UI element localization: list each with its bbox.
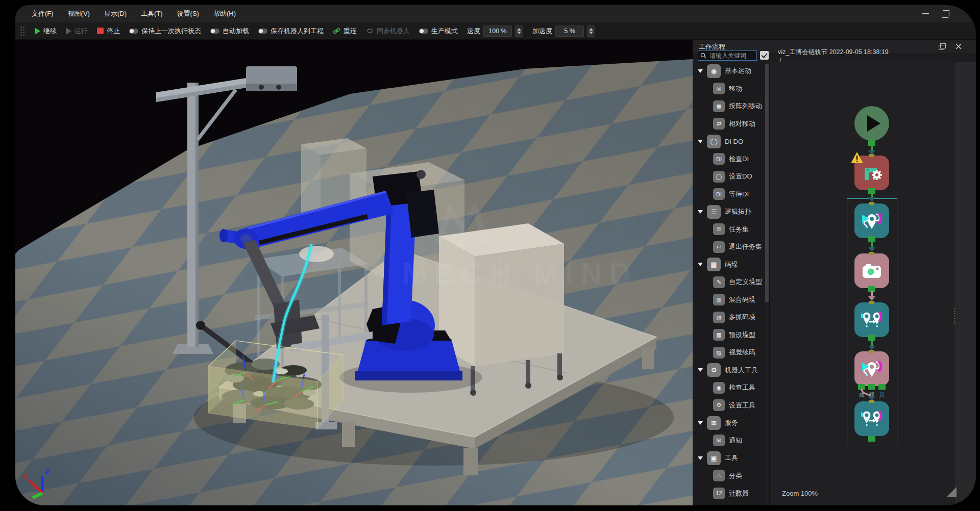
- tree-scrollbar-thumb[interactable]: [765, 64, 769, 302]
- move-pin-icon: [860, 357, 884, 380]
- tree-group-palletizing[interactable]: ▤ 码垛: [693, 256, 769, 274]
- tree-node-icon: ▤: [707, 258, 721, 271]
- tree-node-icon: ◎: [713, 83, 725, 94]
- minimize-icon: [922, 13, 929, 14]
- search-box[interactable]: [698, 50, 757, 61]
- save-robot-to-project-toggle[interactable]: 保存机器人到工程: [258, 27, 324, 36]
- tree-item-classify[interactable]: ∴ 分类: [693, 467, 769, 485]
- tree-item-set-do[interactable]: ◯ 设置DO: [693, 168, 769, 186]
- window-resize-grip[interactable]: [946, 487, 957, 497]
- link-icon: [333, 27, 340, 35]
- tree-item-exit-task-set[interactable]: ↩ 退出任务集: [693, 238, 769, 256]
- tree-item-set-tool[interactable]: ⚙ 设置工具: [693, 397, 769, 415]
- toggle-icon: [129, 29, 138, 34]
- tree-item-vision-resume-palletizing[interactable]: ▨ 视觉续码: [693, 344, 769, 362]
- tree-item-check-tool[interactable]: ◉ 检查工具: [693, 379, 769, 397]
- viewport-3d[interactable]: MECH MIND Z X: [15, 40, 693, 505]
- window-minimize-button[interactable]: [917, 7, 934, 20]
- tree-node-label: 服务: [725, 418, 738, 427]
- tree-group-basic-motion[interactable]: ◉ 基本运动: [693, 62, 769, 80]
- connector-arrow-icon: [868, 247, 875, 252]
- node-relative-move[interactable]: [854, 302, 889, 337]
- spin-up-icon: [589, 28, 593, 31]
- reconnect-button[interactable]: 重连: [333, 27, 357, 36]
- tree-node-icon: ◯: [713, 171, 725, 183]
- node-input-port[interactable]: [869, 154, 874, 157]
- node-vision-move[interactable]: [854, 351, 889, 386]
- tree-node-icon: ▨: [713, 347, 725, 359]
- node-input-port[interactable]: [869, 400, 874, 403]
- node-set-tool[interactable]: [854, 156, 889, 190]
- expander-icon[interactable]: [698, 210, 703, 214]
- expander-icon[interactable]: [698, 140, 703, 143]
- acceleration-spinner[interactable]: [587, 25, 595, 37]
- node-input-port[interactable]: [869, 202, 874, 205]
- stop-button[interactable]: 停止: [97, 27, 120, 36]
- tree-item-custom-pallet-pattern[interactable]: ✎ 自定义垛型: [693, 273, 769, 291]
- expander-icon[interactable]: [698, 456, 703, 460]
- run-button[interactable]: 运行: [66, 27, 88, 36]
- menu-display[interactable]: 显示(D): [97, 5, 134, 22]
- splitter-handle-right[interactable]: [954, 308, 955, 324]
- gripper-gear-icon: [860, 161, 884, 185]
- tree-node-label: 设置工具: [729, 401, 755, 410]
- menu-view[interactable]: 视图(V): [61, 5, 97, 22]
- continue-button[interactable]: 继续: [35, 27, 57, 36]
- node-input-port[interactable]: [869, 252, 874, 255]
- tree-item-preset-pallet-pattern[interactable]: ▦ 预设垛型: [693, 326, 769, 344]
- tree-node-icon: ✎: [713, 276, 725, 288]
- auto-load-toggle[interactable]: 自动加载: [210, 27, 249, 36]
- expander-icon[interactable]: [698, 368, 703, 372]
- tree-group-robot-tool[interactable]: ⚙ 机器人工具: [693, 362, 769, 379]
- tree-item-task-set[interactable]: ☰ 任务集: [693, 221, 769, 239]
- splitter-handle-bottom[interactable]: [729, 496, 743, 497]
- acceleration-value[interactable]: 5 %: [555, 25, 584, 37]
- expander-icon[interactable]: [698, 421, 703, 425]
- tree-item-mixed-palletizing[interactable]: ▥ 混合码垛: [693, 291, 769, 309]
- tree-item-multi-pick-palletizing[interactable]: ▧ 多抓码垛: [693, 309, 769, 326]
- tree-node-icon: ◯: [707, 135, 721, 148]
- node-input-port[interactable]: [869, 301, 874, 304]
- speed-spinner[interactable]: [515, 25, 523, 37]
- tree-group-tools[interactable]: ▣ 工具: [693, 449, 769, 467]
- tree-item-wait-di[interactable]: DI 等待DI: [693, 186, 769, 203]
- menu-tools[interactable]: 工具(T): [134, 5, 170, 22]
- node-start[interactable]: [854, 106, 889, 141]
- tree-group-service[interactable]: ✉ 服务: [693, 414, 769, 432]
- sync-robot-button[interactable]: 同步机器人: [366, 27, 410, 36]
- node-output-port[interactable]: [868, 436, 875, 442]
- window-restore-button[interactable]: [937, 7, 954, 20]
- tree-node-label: 码垛: [725, 260, 738, 269]
- menu-help[interactable]: 帮助(H): [206, 5, 243, 22]
- expander-icon[interactable]: [698, 263, 703, 266]
- tree-item-counter[interactable]: 12 计数器: [693, 484, 769, 502]
- node-vision-capture[interactable]: [854, 253, 889, 288]
- tree-item-check-di[interactable]: DI 检查DI: [693, 150, 769, 168]
- 3d-scene: MECH MIND Z X: [15, 40, 693, 505]
- filter-checkbox[interactable]: [760, 51, 769, 60]
- menu-file[interactable]: 文件(F): [24, 5, 61, 22]
- tree-item-move-by-array[interactable]: ▦ 按阵列移动: [693, 97, 769, 115]
- tree-item-relative-move[interactable]: ⇄ 相对移动: [693, 115, 769, 133]
- tree-item-move[interactable]: ◎ 移动: [693, 80, 769, 98]
- expander-icon[interactable]: [698, 69, 703, 73]
- speed-value[interactable]: 100 %: [483, 25, 512, 37]
- menu-settings[interactable]: 设置(S): [170, 5, 206, 22]
- keep-last-state-toggle[interactable]: 保持上一次执行状态: [129, 27, 201, 36]
- node-move-2[interactable]: [854, 401, 889, 436]
- warning-icon: [850, 151, 864, 164]
- node-exit-port-other[interactable]: [878, 384, 886, 390]
- tree-group-di-do[interactable]: ◯ DI DO: [693, 133, 769, 150]
- tree-node-label: 视觉续码: [729, 348, 755, 357]
- toolbar-grip[interactable]: [20, 27, 24, 36]
- node-move[interactable]: [854, 203, 889, 238]
- tree-node-label: 工具: [725, 453, 738, 463]
- tree-group-logic-topology[interactable]: ☰ 逻辑拓扑: [693, 203, 769, 221]
- workflow-tree: ◉ 基本运动 ◎ 移动 ▦ 按阵列移动 ⇄ 相对移动: [693, 62, 769, 505]
- tree-item-notify[interactable]: ✉ 通知: [693, 432, 769, 450]
- node-input-port[interactable]: [869, 350, 874, 353]
- tree-node-icon: ▦: [713, 100, 725, 112]
- tree-node-label: 自定义垛型: [729, 277, 762, 287]
- production-mode-toggle[interactable]: 生产模式: [419, 27, 458, 36]
- search-input[interactable]: [708, 52, 754, 60]
